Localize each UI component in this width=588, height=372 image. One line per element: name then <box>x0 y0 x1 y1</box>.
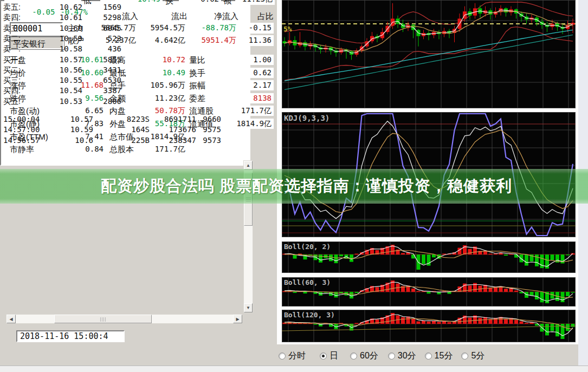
scroll-down-button[interactable]: ▼ <box>244 303 253 312</box>
flow-cell: 4.642亿 <box>140 35 188 46</box>
radio-icon[interactable] <box>461 353 468 360</box>
period-option-2[interactable]: 日 <box>320 350 338 362</box>
ladder-row-label: 买五: <box>3 96 21 107</box>
flow-cell: -0.15 <box>240 23 274 34</box>
transaction-amount: 238347 <box>152 135 196 146</box>
period-label: 分时 <box>288 350 306 362</box>
ladder-price: 10.57 <box>33 55 82 65</box>
flow-cell: 5954.5万 <box>140 23 188 34</box>
period-option-3[interactable]: 60分 <box>350 350 378 362</box>
period-option-1[interactable]: 分时 <box>279 350 306 362</box>
radio-icon[interactable] <box>320 353 327 360</box>
quote-value: 0.84 <box>60 144 106 154</box>
transaction-volume: 225B <box>103 135 150 146</box>
transaction-amount: 173676 <box>152 125 196 135</box>
flow-header-net: 净流入 <box>189 11 238 21</box>
quote-label: 换手 <box>189 68 205 79</box>
ladder-row-label: 买四: <box>3 86 21 96</box>
scroll-right-button[interactable]: ▶ <box>233 315 242 323</box>
ladder-row-label: 卖一: <box>3 44 21 54</box>
ladder-price: 10.55 <box>33 75 82 86</box>
amount-label: 额 <box>223 0 231 5</box>
svg-text:Boll(60, 3): Boll(60, 3) <box>284 278 331 286</box>
transaction-time: 15:00:04 <box>3 114 40 125</box>
ladder-price: 10.53 <box>33 96 82 107</box>
boll120-chart[interactable]: Boll(120, 3) <box>282 310 576 342</box>
quote-value: 10.49 <box>142 68 188 78</box>
flow-cell: 11.36 <box>240 35 274 46</box>
svg-text:KDJ(9,3,3): KDJ(9,3,3) <box>284 114 329 122</box>
ladder-row-label: 买三: <box>3 75 21 86</box>
horizontal-scrollbar[interactable]: ◀ ▶ <box>6 314 243 324</box>
radio-icon[interactable] <box>350 353 357 360</box>
period-label: 日 <box>329 350 338 362</box>
transaction-volume: 164S <box>103 125 150 135</box>
ladder-price: 10.60 <box>33 23 82 34</box>
ladder-volume: 3431 <box>81 65 121 75</box>
transaction-seq: 9660 <box>199 114 221 125</box>
transaction-price: 10.6 <box>43 135 93 146</box>
ladder-volume: 1569 <box>81 2 121 12</box>
ladder-volume: 3387 <box>81 86 121 96</box>
period-option-4[interactable]: 30分 <box>388 350 416 362</box>
ladder-price: 10.58 <box>33 44 82 54</box>
ladder-price: 10.61 <box>33 12 82 23</box>
footer-bar <box>0 366 588 372</box>
period-option-5[interactable]: 15分 <box>425 350 453 362</box>
radio-icon[interactable] <box>388 353 395 360</box>
quote-value: 8138 <box>225 93 274 103</box>
ladder-volume: 6530 <box>81 75 121 86</box>
quote-label: 总股本 <box>109 145 134 155</box>
quote-value: 0.62 <box>225 68 274 78</box>
ad-banner[interactable]: 配资炒股合法吗 股票配资选择指南：谨慎投资，稳健获利 <box>0 169 588 204</box>
ladder-volume: 6045 <box>81 23 121 34</box>
quote-value: 171.7亿 <box>225 106 274 116</box>
radio-icon[interactable] <box>279 353 286 360</box>
ladder-row-label: 卖五: <box>3 2 21 12</box>
svg-text:Boll(20, 2): Boll(20, 2) <box>284 243 331 251</box>
ladder-volume: 2806 <box>81 96 121 107</box>
transaction-price: 10.59 <box>43 125 93 135</box>
period-selector: 分时日60分30分15分5分 <box>279 350 533 362</box>
quote-value: 2.17 <box>225 80 274 90</box>
quote-label: 委差 <box>189 94 205 104</box>
quote-label: 振幅 <box>189 81 205 91</box>
flow-header-out: 流出 <box>140 11 188 21</box>
period-label: 15分 <box>435 350 453 362</box>
flow-header-ratio: 占比 <box>240 11 274 21</box>
svg-text:Boll(120, 3): Boll(120, 3) <box>284 311 335 319</box>
flow-cell: 5951.4万 <box>189 35 238 46</box>
boll20-chart[interactable]: Boll(20, 2) <box>282 242 576 273</box>
thumb-grip <box>100 317 107 322</box>
turnover-label: 换 <box>165 0 173 5</box>
ladder-row-label: 卖三: <box>3 23 21 34</box>
scroll-left-button[interactable]: ◀ <box>7 315 16 323</box>
ad-banner-text: 配资炒股合法吗 股票配资选择指南：谨慎投资，稳健获利 <box>101 175 512 197</box>
transaction-time: 14:56:57 <box>3 135 40 146</box>
ladder-volume: 436 <box>81 44 121 54</box>
ladder-price: 10.59 <box>33 34 82 44</box>
quote-value: 1814.9亿 <box>225 119 274 129</box>
flow-cell: -88.78万 <box>189 23 238 34</box>
quote-value: 11.23亿 <box>142 93 188 103</box>
quote-value: 1.00 <box>225 55 274 65</box>
radio-dot <box>322 355 325 357</box>
ladder-row-label: 卖四: <box>3 12 21 23</box>
svg-text:5%: 5% <box>283 25 292 33</box>
ladder-row-label: 买二: <box>3 65 21 75</box>
turnover-value: 0.62 <box>179 0 221 5</box>
period-label: 5分 <box>471 350 484 362</box>
boll60-chart[interactable]: Boll(60, 3) <box>282 277 576 306</box>
ladder-price: 10.54 <box>33 86 82 96</box>
amount-value: 11.23亿 <box>235 0 275 5</box>
ladder-volume: 5298 <box>81 12 121 23</box>
radio-icon[interactable] <box>425 353 432 360</box>
transaction-price: 10.57 <box>43 114 93 125</box>
horizontal-scroll-thumb[interactable] <box>54 315 152 323</box>
period-label: 30分 <box>398 350 416 362</box>
quote-value: 105.96万 <box>142 80 188 90</box>
kline-chart[interactable]: 5% <box>282 0 576 108</box>
period-option-6[interactable]: 5分 <box>461 350 484 362</box>
quote-value: 171.7亿 <box>142 144 188 154</box>
transaction-seq: 9575 <box>199 125 221 135</box>
